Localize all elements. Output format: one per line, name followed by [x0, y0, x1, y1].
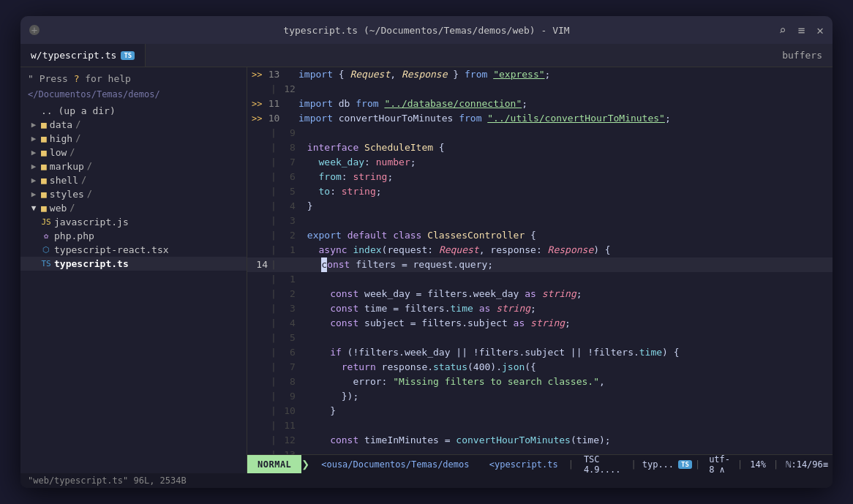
table-row: | 8 error: "Missing filters to search cl… [247, 375, 833, 389]
sidebar-item-low[interactable]: ▶ ■ low/ [20, 146, 247, 159]
titlebar-controls: ⌕ ≡ ✕ [779, 23, 824, 37]
arrow-mark: >> [252, 97, 262, 110]
main-area: " Press ? for help </Documentos/Temas/de… [20, 67, 833, 473]
sidebar-item-typescript[interactable]: TS typescript.ts [20, 257, 247, 271]
tab-label: w/typescript.ts [31, 50, 116, 61]
table-row: >> 11 import db from "../database/connec… [247, 97, 833, 111]
sidebar-item-shell[interactable]: ▶ ■ shell/ [20, 173, 247, 187]
table-row: | 6 from: string; [247, 170, 833, 184]
titlebar: + typescript.ts (~/Documentos/Temas/demo… [20, 16, 833, 44]
arrow-mark: >> [252, 68, 262, 81]
table-row: | 7 return response.status(400).json({ [247, 360, 833, 375]
chevron-right-icon: ▶ [29, 120, 38, 129]
arrow-mark: >> [252, 112, 262, 125]
editor-content[interactable]: >> 13 import { Request, Response } from … [247, 67, 833, 454]
table-row: | 3 [247, 214, 833, 228]
buffers-button[interactable]: buffers [772, 50, 833, 61]
status-type: typ... [639, 459, 677, 470]
sidebar-item-label: markup [50, 161, 84, 172]
sidebar-item-label: typescript-react.tsx [54, 244, 169, 255]
sidebar-item-tsx[interactable]: ⬡ typescript-react.tsx [20, 243, 247, 257]
status-path: <ousa/Documentos/Temas/demos [314, 459, 476, 470]
active-tab[interactable]: w/typescript.ts TS [20, 44, 146, 67]
menu-icon[interactable]: ≡ [798, 23, 805, 37]
table-row: | 8 interface ScheduleItem { [247, 140, 833, 155]
code-lines: >> 13 import { Request, Response } from … [247, 67, 833, 454]
table-row: | 6 if (!filters.week_day || !filters.su… [247, 345, 833, 360]
js-file-icon: JS [41, 217, 51, 227]
status-file: <ypescript.ts [482, 459, 565, 470]
sidebar-item-label: high [50, 133, 72, 144]
parent-label: .. (up a dir) [41, 105, 116, 116]
folder-icon: ■ [41, 147, 47, 158]
parent-dir[interactable]: .. (up a dir) [20, 104, 247, 118]
chevron-right-icon: ▶ [29, 176, 38, 185]
table-row: | 1 async index(request: Request, respon… [247, 243, 833, 257]
sidebar-item-label: shell [50, 175, 78, 186]
window-title: typescript.ts (~/Documentos/Temas/demos/… [283, 25, 569, 36]
table-row: | 2 const week_day = filters.week_day as… [247, 287, 833, 301]
table-row: | 9 [247, 126, 833, 140]
main-window: + typescript.ts (~/Documentos/Temas/demo… [20, 16, 833, 488]
statusbar: NORMAL ❯ <ousa/Documentos/Temas/demos <y… [247, 454, 833, 473]
status-percent: 14% [744, 459, 772, 470]
status-tsc: TSC 4.9.... [576, 454, 628, 474]
folder-icon: ■ [41, 175, 47, 186]
table-row: | 5 [247, 331, 833, 345]
ts-file-icon: TS [41, 259, 51, 268]
sidebar-item-label: low [50, 147, 67, 158]
tab-badge: TS [121, 51, 135, 60]
sidebar-item-php[interactable]: ✿ php.php [20, 229, 247, 243]
folder-icon: ■ [41, 133, 47, 144]
table-row: 14 | const filters = request.query; [247, 257, 833, 272]
status-encoding: utf-8 ∧ [703, 454, 736, 474]
bottom-bar: "web/typescript.ts" 96L, 2534B [20, 473, 833, 488]
window-add-btn[interactable]: + [29, 25, 40, 35]
table-row: | 1 [247, 272, 833, 287]
table-row: | 3 const time = filters.time as string; [247, 301, 833, 316]
chevron-down-icon: ▼ [29, 203, 38, 213]
close-icon[interactable]: ✕ [816, 23, 824, 37]
mode-arrow-icon: ❯ [301, 456, 309, 472]
tsx-file-icon: ⬡ [41, 245, 51, 255]
tab-bar: w/typescript.ts TS buffers [20, 44, 833, 67]
sidebar-item-data[interactable]: ▶ ■ data/ [20, 118, 247, 132]
folder-icon: ■ [41, 119, 47, 130]
sidebar-item-markup[interactable]: ▶ ■ markup/ [20, 159, 247, 173]
sidebar-path: </Documentos/Temas/demos/ [20, 88, 247, 104]
sidebar-item-styles[interactable]: ▶ ■ styles/ [20, 187, 247, 201]
sidebar-item-label: php.php [54, 230, 94, 241]
ts-badge: TS [678, 460, 692, 469]
table-row: | 12 [247, 82, 833, 97]
table-row: | 10 } [247, 404, 833, 418]
sidebar-item-high[interactable]: ▶ ■ high/ [20, 132, 247, 146]
folder-icon: ■ [41, 189, 47, 200]
folder-icon: ■ [41, 203, 47, 214]
table-row: | 11 [247, 418, 833, 433]
chevron-right-icon: ▶ [29, 162, 38, 171]
folder-icon: ■ [41, 161, 47, 172]
editor-area: >> 13 import { Request, Response } from … [247, 67, 833, 473]
bottom-file-info: "web/typescript.ts" 96L, 2534B [28, 475, 187, 486]
sidebar-item-javascript[interactable]: JS javascript.js [20, 215, 247, 229]
table-row: | 7 week_day: number; [247, 155, 833, 170]
mode-indicator: NORMAL [247, 455, 301, 473]
chevron-right-icon: ▶ [29, 134, 38, 143]
table-row: | 13 [247, 448, 833, 454]
sidebar-item-web[interactable]: ▼ ■ web/ [20, 201, 247, 215]
search-icon[interactable]: ⌕ [779, 23, 786, 37]
sidebar-item-label: typescript.ts [54, 258, 129, 269]
sidebar-item-label: styles [50, 189, 84, 200]
table-row: >> 13 import { Request, Response } from … [247, 67, 833, 82]
table-row: | 4 const subject = filters.subject as s… [247, 316, 833, 331]
table-row: | 5 to: string; [247, 184, 833, 199]
chevron-right-icon: ▶ [29, 189, 38, 199]
table-row: | 9 }); [247, 389, 833, 404]
php-file-icon: ✿ [41, 231, 51, 241]
sidebar-hint: " Press ? for help [20, 67, 247, 88]
chevron-right-icon: ▶ [29, 148, 38, 157]
table-row: | 4 } [247, 199, 833, 214]
table-row: | 12 const timeInMinutes = convertHourTo… [247, 433, 833, 448]
sidebar-item-label: web [50, 203, 67, 214]
sidebar-item-label: data [50, 119, 72, 130]
